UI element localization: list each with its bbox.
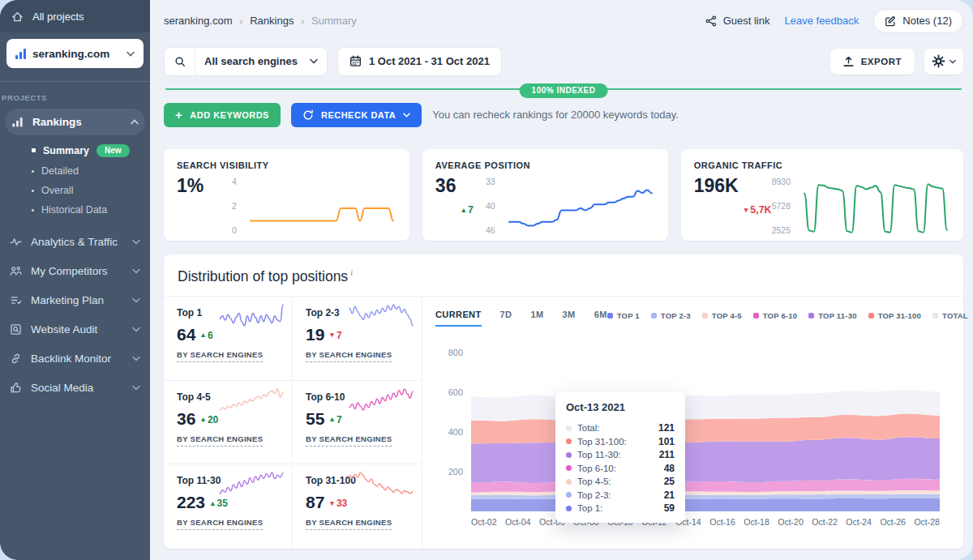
add-keywords-button[interactable]: + ADD KEYWORDS (164, 103, 281, 127)
tab-1m[interactable]: 1M (530, 310, 543, 327)
legend-swatch (868, 313, 874, 318)
tab-7d[interactable]: 7D (500, 310, 512, 327)
legend-item-top-4-5[interactable]: TOP 4-5 (702, 311, 742, 320)
tooltip-label: Top 11-30: (577, 450, 621, 460)
x-tick: Oct-18 (744, 517, 769, 527)
by-search-engines-link[interactable]: BY SEARCH ENGINES (177, 434, 263, 447)
by-search-engines-link[interactable]: BY SEARCH ENGINES (306, 518, 392, 530)
period-tabs: CURRENT7D1M3M6M (435, 310, 607, 327)
sidebar-subitem-historical-data[interactable]: Historical Data (0, 200, 150, 220)
tooltip-value: 121 (658, 422, 675, 434)
tab-current[interactable]: CURRENT (435, 310, 482, 327)
stacked-area-chart[interactable]: 800600400200 Oct-02Oct-04Oct-06Oct-08Oct… (435, 338, 955, 527)
delta-value: 7 (468, 204, 474, 216)
recheck-data-button[interactable]: RECHECK DATA (291, 103, 422, 127)
stat-axis: 893057282525 (772, 177, 791, 235)
date-range-picker[interactable]: 1 Oct 2021 - 31 Oct 2021 (337, 47, 502, 76)
delta-arrow-icon: ▴ (201, 416, 205, 423)
chart-x-axis: Oct-02Oct-04Oct-06Oct-08Oct-10Oct-12Oct-… (471, 517, 940, 527)
legend-item-total[interactable]: TOTAL (932, 311, 968, 320)
by-search-engines-link[interactable]: BY SEARCH ENGINES (177, 518, 263, 530)
sidebar-item-marketing-plan[interactable]: Marketing Plan (0, 285, 150, 314)
mini-value: 64▴6 (177, 326, 284, 343)
chevron-down-icon (949, 59, 956, 64)
breadcrumb-separator: › (240, 16, 243, 26)
search-engine-select[interactable]: All search engines (164, 47, 328, 76)
sidebar-subitem-summary[interactable]: SummaryNew (0, 139, 150, 161)
by-search-engines-link[interactable]: BY SEARCH ENGINES (177, 350, 263, 362)
breadcrumb-item[interactable]: seranking.com (164, 15, 233, 27)
delta-value: 35 (217, 498, 228, 508)
sidebar-item-social-media[interactable]: Social Media (0, 373, 150, 402)
sidebar-subitem-overall[interactable]: Overall (0, 181, 150, 200)
mini-sparkline (347, 302, 415, 328)
svg-text:200: 200 (448, 467, 463, 477)
legend-label: TOP 1 (617, 311, 640, 320)
leave-feedback-link[interactable]: Leave feedback (785, 15, 859, 27)
social-icon (10, 382, 22, 394)
tab-3m[interactable]: 3M (563, 310, 576, 327)
stat-axis: 334046 (486, 177, 495, 235)
sidebar-menu: Analytics & TrafficMy CompetitorsMarketi… (0, 227, 150, 402)
mini-card-top-11-30: Top 11-30223▴35BY SEARCH ENGINES (164, 464, 293, 549)
analytics-icon (10, 236, 22, 248)
settings-button[interactable] (924, 49, 963, 75)
delta-arrow-icon: ▴ (201, 331, 205, 339)
mini-card-top-4-5: Top 4-536▴20BY SEARCH ENGINES (164, 381, 293, 465)
new-badge: New (96, 144, 130, 157)
sidebar-item-analytics-traffic[interactable]: Analytics & Traffic (0, 227, 150, 256)
mini-card-top-6-10: Top 6-1055▴7BY SEARCH ENGINES (293, 381, 422, 465)
legend-item-top-11-30[interactable]: TOP 11-30 (808, 311, 856, 320)
sidebar-item-backlink-monitor[interactable]: Backlink Monitor (0, 344, 150, 373)
all-projects-link[interactable]: All projects (0, 0, 150, 32)
tooltip-label: Top 6-10: (577, 464, 616, 473)
add-keywords-label: ADD KEYWORDS (190, 110, 269, 120)
topbar: seranking.com›Rankings›Summary Guest lin… (164, 0, 963, 42)
by-search-engines-link[interactable]: BY SEARCH ENGINES (306, 434, 392, 447)
mini-value: 87▾33 (306, 494, 414, 511)
tooltip-date: Oct-13 2021 (566, 401, 675, 413)
tab-6m[interactable]: 6M (594, 310, 607, 327)
delta-arrow-icon: ▴ (211, 500, 215, 507)
info-icon[interactable]: i (350, 268, 353, 277)
mini-delta: ▴35 (211, 496, 228, 511)
stat-value: 1% (177, 177, 204, 240)
export-button[interactable]: EXPORT (830, 49, 915, 75)
sidebar-item-label: Website Audit (31, 323, 97, 336)
marketing-icon (10, 294, 22, 306)
sidebar-item-rankings[interactable]: Rankings (5, 109, 145, 135)
summary-stat-cards: SEARCH VISIBILITY1%420AVERAGE POSITION36… (164, 149, 963, 241)
chart-tooltip: Oct-13 2021 Total:121Top 31-100:101Top 1… (555, 391, 685, 524)
search-icon[interactable] (165, 48, 195, 75)
svg-text:800: 800 (448, 348, 463, 357)
by-search-engines-link[interactable]: BY SEARCH ENGINES (306, 350, 392, 362)
sidebar-item-website-audit[interactable]: Website Audit (0, 314, 150, 344)
sidebar-item-my-competitors[interactable]: My Competitors (0, 256, 150, 285)
chart-legend: TOP 1TOP 2-3TOP 4-5TOP 6-10TOP 11-30TOP … (607, 310, 968, 320)
stat-row: 196K▾5,7K893057282525 (694, 177, 954, 240)
legend-item-top-2-3[interactable]: TOP 2-3 (651, 311, 691, 320)
sidebar-subitem-detailed[interactable]: Detailed (0, 161, 150, 181)
stat-axis: 420 (232, 177, 237, 235)
tooltip-row: Top 11-30:211 (566, 448, 675, 462)
axis-tick: 4 (232, 177, 237, 186)
mini-card-top-2-3: Top 2-319▾7BY SEARCH ENGINES (293, 297, 422, 381)
legend-swatch (932, 313, 938, 318)
notes-button[interactable]: Notes (12) (873, 9, 963, 33)
project-selector[interactable]: seranking.com (6, 39, 144, 68)
tooltip-dot (566, 506, 572, 511)
distribution-body: Top 164▴6BY SEARCH ENGINESTop 2-319▾7BY … (164, 297, 963, 549)
legend-item-top-31-100[interactable]: TOP 31-100 (868, 311, 921, 320)
legend-item-top-1[interactable]: TOP 1 (607, 311, 640, 320)
date-range-value: 1 Oct 2021 - 31 Oct 2021 (369, 55, 490, 67)
guest-link-button[interactable]: Guest link (705, 15, 770, 27)
axis-tick: 33 (486, 177, 495, 186)
sidebar: All projects seranking.com PROJECTS Rank… (0, 0, 150, 560)
breadcrumb-separator: › (301, 16, 304, 26)
competitors-icon (10, 265, 22, 277)
x-tick: Oct-24 (846, 517, 872, 527)
tooltip-value: 48 (664, 463, 675, 474)
legend-item-top-6-10[interactable]: TOP 6-10 (753, 311, 797, 320)
breadcrumb-item[interactable]: Rankings (250, 15, 294, 27)
rankings-icon (11, 116, 24, 128)
